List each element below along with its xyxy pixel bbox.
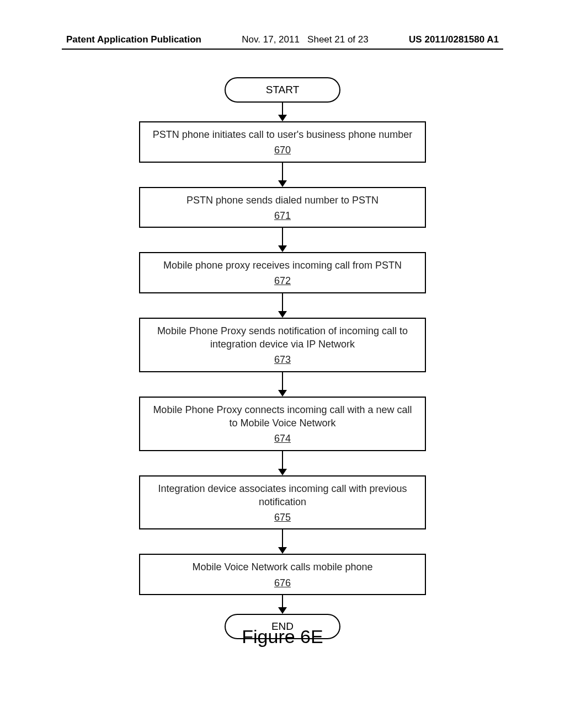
flow-arrow	[278, 451, 287, 475]
flow-arrow	[278, 228, 287, 252]
flow-step-673: Mobile Phone Proxy sends notification of…	[139, 318, 426, 372]
flowchart: START PSTN phone initiates call to user'…	[128, 77, 437, 639]
flow-step-ref: 670	[148, 143, 417, 157]
flow-step-ref: 672	[148, 274, 417, 287]
flow-step-672: Mobile phone proxy receives incoming cal…	[139, 252, 426, 293]
flow-step-670: PSTN phone initiates call to user's busi…	[139, 121, 426, 163]
flow-step-text: PSTN phone initiates call to user's busi…	[153, 129, 413, 140]
flow-step-ref: 674	[148, 432, 417, 445]
header-pub-number: US 2011/0281580 A1	[409, 34, 499, 45]
flow-step-text: PSTN phone sends dialed number to PSTN	[186, 195, 379, 206]
flow-arrow	[278, 163, 287, 187]
flow-arrow	[278, 372, 287, 397]
flow-step-text: Mobile phone proxy receives incoming cal…	[163, 260, 402, 271]
flow-step-text: Integration device associates incoming c…	[158, 483, 407, 507]
flow-start: START	[225, 77, 340, 103]
flow-arrow	[278, 595, 287, 614]
header-rule	[62, 49, 503, 50]
header-date: Nov. 17, 2011	[242, 34, 300, 45]
flow-arrow	[278, 529, 287, 554]
flow-step-text: Mobile Phone Proxy sends notification of…	[157, 325, 408, 350]
flow-arrow	[278, 293, 287, 318]
flow-step-674: Mobile Phone Proxy connects incoming cal…	[139, 397, 426, 451]
flow-step-ref: 676	[148, 576, 417, 590]
header-sheet: Sheet 21 of 23	[307, 34, 369, 45]
header-publication-type: Patent Application Publication	[66, 34, 201, 45]
flow-step-ref: 671	[148, 209, 417, 222]
flow-step-text: Mobile Voice Network calls mobile phone	[192, 561, 372, 572]
flow-step-text: Mobile Phone Proxy connects incoming cal…	[153, 404, 412, 429]
flow-step-ref: 675	[148, 511, 417, 524]
flow-step-ref: 673	[148, 353, 417, 366]
flow-step-676: Mobile Voice Network calls mobile phone …	[139, 554, 426, 595]
header-date-sheet: Nov. 17, 2011 Sheet 21 of 23	[242, 34, 368, 45]
flow-arrow	[278, 103, 287, 121]
flow-step-671: PSTN phone sends dialed number to PSTN 6…	[139, 187, 426, 228]
flow-step-675: Integration device associates incoming c…	[139, 475, 426, 530]
figure-caption: Figure 6E	[0, 626, 565, 647]
